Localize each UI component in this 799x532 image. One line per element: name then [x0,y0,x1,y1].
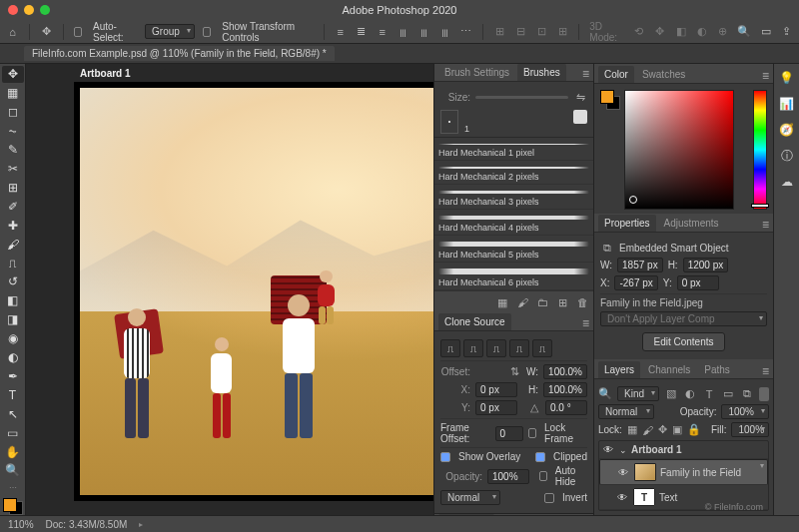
opacity-dropdown[interactable]: 100% [721,404,769,419]
tab-brush-settings[interactable]: Brush Settings [438,64,515,81]
invert-checkbox[interactable] [544,493,554,503]
tab-paths[interactable]: Paths [698,361,736,378]
canvas-area[interactable]: Artboard 1 [26,64,433,515]
tab-color[interactable]: Color [598,66,634,83]
show-overlay-checkbox[interactable] [440,452,450,462]
distribute-icon[interactable]: ⊟ [514,24,527,40]
lock-transparent-icon[interactable]: ▦ [627,423,637,437]
filter-pixel-icon[interactable]: ▧ [664,387,678,401]
clone-source-3[interactable]: ⎍ [486,339,506,357]
rotate-icon[interactable]: △ [527,401,540,415]
crop-tool[interactable]: ✂ [2,161,24,178]
share-icon[interactable]: ⇪ [780,24,793,40]
prop-w-field[interactable]: 1857 px [617,258,663,272]
preview-toggle-icon[interactable]: ▦ [495,295,509,309]
info-icon[interactable]: ⓘ [779,148,795,164]
overlay-opacity-field[interactable]: 100% [487,469,529,484]
pen-tool[interactable]: ✒ [2,368,24,385]
clone-source-1[interactable]: ⎍ [440,339,460,357]
x-field[interactable]: 0 px [475,382,517,397]
3d-orbit-icon[interactable]: ⟲ [632,24,645,40]
size-slider[interactable] [475,96,568,99]
minimize-window-button[interactable] [24,5,34,15]
zoom-tool[interactable]: 🔍 [2,462,24,479]
brush-item[interactable]: Hard Mechanical 1 pixel [434,138,593,161]
navigator-icon[interactable]: 🧭 [779,122,795,138]
artboard-label[interactable]: Artboard 1 [80,68,131,79]
live-tip-icon[interactable]: 🖌 [515,295,529,309]
height-field[interactable]: 100.0% [543,382,587,397]
healing-tool[interactable]: ✚ [2,217,24,234]
show-transform-checkbox[interactable] [203,27,211,37]
home-icon[interactable]: ⌂ [6,24,19,40]
overlay-blend-dropdown[interactable]: Normal [440,490,500,505]
filter-adjust-icon[interactable]: ◐ [683,387,697,401]
brush-item[interactable]: Hard Mechanical 2 pixels [434,161,593,185]
quick-select-tool[interactable]: ✎ [2,142,24,159]
frame-tool[interactable]: ⊞ [2,179,24,196]
filter-shape-icon[interactable]: ▭ [721,387,735,401]
clone-source-5[interactable]: ⎍ [532,339,552,357]
lasso-tool[interactable]: ⏦ [2,123,24,140]
brush-list[interactable]: Hard Mechanical 1 pixelHard Mechanical 2… [434,137,593,290]
eyedropper-tool[interactable]: ✐ [2,198,24,215]
doc-size[interactable]: Doc: 3.43M/8.50M [46,519,128,530]
filter-type-icon[interactable]: T [702,387,716,401]
auto-hide-checkbox[interactable] [539,471,547,481]
panel-menu-icon[interactable]: ≡ [762,218,769,232]
visibility-icon[interactable]: 👁 [617,492,629,503]
panel-menu-icon[interactable]: ≡ [762,364,769,378]
lock-artboard-icon[interactable]: ▣ [672,423,682,437]
lock-frame-checkbox[interactable] [528,428,537,438]
align-icon[interactable]: ⫼ [438,24,451,40]
delete-icon[interactable]: 🗑 [575,295,589,309]
brush-item[interactable]: Hard Mechanical 3 pixels [434,185,593,210]
search-icon[interactable]: 🔍 [737,24,751,40]
tab-brushes[interactable]: Brushes [517,64,566,81]
tab-clone-source[interactable]: Clone Source [438,313,511,330]
brush-preview-thumb[interactable] [440,110,458,134]
tab-adjustments[interactable]: Adjustments [658,215,725,232]
frame-offset-field[interactable]: 0 [495,426,523,441]
twisty-icon[interactable]: ⌄ [619,445,627,455]
eraser-tool[interactable]: ◧ [2,292,24,309]
prop-x-field[interactable]: -267 px [614,275,657,290]
zoom-level[interactable]: 110% [8,519,34,530]
3d-icon[interactable]: ◧ [674,24,687,40]
link-icon[interactable]: ⇅ [507,365,521,379]
layer-comp-dropdown[interactable]: Don't Apply Layer Comp [600,311,767,326]
type-tool[interactable]: T [2,386,24,403]
distribute-icon[interactable]: ⊞ [493,24,506,40]
clone-source-2[interactable]: ⎍ [463,339,483,357]
clone-source-4[interactable]: ⎍ [509,339,529,357]
3d-icon[interactable]: ⊕ [716,24,729,40]
marquee-tool[interactable]: ◻ [2,104,24,121]
clipped-checkbox[interactable] [535,452,545,462]
artboard-tool[interactable]: ▦ [2,85,24,102]
more-icon[interactable]: ⋯ [459,24,472,40]
path-tool[interactable]: ↖ [2,405,24,422]
panel-menu-icon[interactable]: ≡ [582,316,589,330]
y-field[interactable]: 0 px [475,400,517,415]
brush-item[interactable]: Hard Mechanical 6 pixels [434,263,593,290]
distribute-icon[interactable]: ⊡ [535,24,548,40]
filter-toggle[interactable] [759,387,769,401]
hue-slider-thumb[interactable] [751,204,769,208]
width-field[interactable]: 100.0% [543,364,587,379]
align-icon[interactable]: ≡ [376,24,389,40]
3d-pan-icon[interactable]: ✥ [653,24,666,40]
color-field[interactable] [624,90,734,210]
brush-item[interactable]: Hard Mechanical 4 pixels [434,210,593,236]
new-brush-icon[interactable]: ⊞ [555,295,569,309]
filter-icon[interactable]: 🔍 [598,387,612,401]
histogram-icon[interactable]: 📊 [779,96,795,112]
maximize-window-button[interactable] [40,5,50,15]
brush-toggle-icon[interactable] [573,110,587,124]
shape-tool[interactable]: ▭ [2,424,24,441]
visibility-icon[interactable]: 👁 [618,467,630,478]
hand-tool[interactable]: ✋ [2,443,24,460]
lock-pixels-icon[interactable]: 🖌 [642,423,653,437]
stamp-tool[interactable]: ⎍ [2,255,24,271]
tab-paragraph[interactable]: Paragraph [496,514,555,515]
libraries-icon[interactable]: ☁ [779,174,795,190]
